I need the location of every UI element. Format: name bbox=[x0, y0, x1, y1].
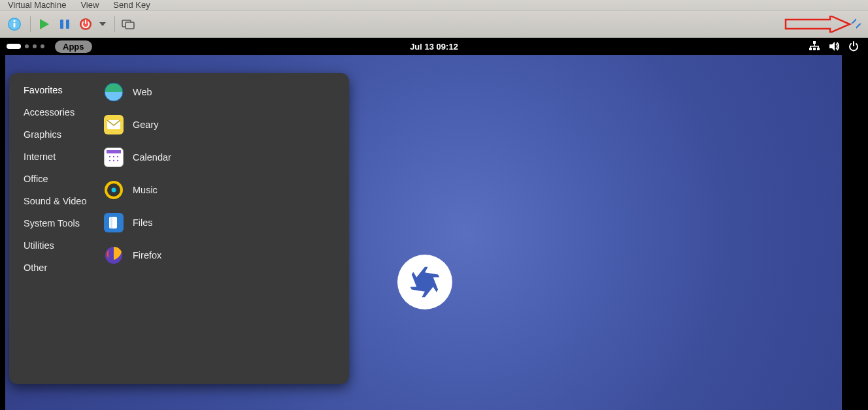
app-label: Web bbox=[133, 87, 152, 97]
svg-marker-9 bbox=[99, 22, 106, 26]
app-label: Files bbox=[133, 217, 153, 228]
svg-rect-11 bbox=[125, 22, 134, 29]
music-icon bbox=[104, 180, 124, 200]
gnome-topbar: Apps Jul 13 09:12 bbox=[0, 38, 868, 55]
svg-rect-17 bbox=[817, 48, 820, 50]
app-label: Geary bbox=[133, 119, 159, 130]
svg-marker-13 bbox=[856, 24, 861, 29]
category-utilities[interactable]: Utilities bbox=[24, 240, 97, 251]
svg-rect-29 bbox=[107, 153, 121, 165]
power-button[interactable] bbox=[76, 15, 95, 33]
clock[interactable]: Jul 13 09:12 bbox=[410, 42, 458, 52]
host-menubar: Virtual Machine View Send Key bbox=[0, 0, 868, 10]
power-menu-dropdown[interactable] bbox=[97, 15, 108, 33]
app-label: Music bbox=[133, 185, 158, 195]
play-button[interactable] bbox=[35, 15, 53, 33]
category-office[interactable]: Office bbox=[24, 174, 97, 184]
svg-point-38 bbox=[112, 188, 116, 193]
svg-rect-5 bbox=[60, 20, 63, 29]
info-button[interactable] bbox=[5, 15, 24, 33]
menu-view[interactable]: View bbox=[80, 0, 99, 10]
firefox-icon bbox=[104, 245, 124, 265]
activities-indicator[interactable] bbox=[7, 44, 44, 49]
pause-button[interactable] bbox=[56, 15, 74, 33]
svg-rect-20 bbox=[810, 46, 811, 48]
toolbar-separator bbox=[30, 16, 31, 32]
svg-point-34 bbox=[113, 160, 114, 161]
category-internet[interactable]: Internet bbox=[24, 151, 97, 162]
volume-icon bbox=[829, 41, 839, 52]
app-music[interactable]: Music bbox=[104, 180, 349, 200]
svg-point-32 bbox=[117, 156, 118, 157]
svg-marker-12 bbox=[851, 18, 856, 24]
svg-rect-39 bbox=[109, 217, 117, 229]
category-system-tools[interactable]: System Tools bbox=[24, 218, 97, 229]
app-label: Calendar bbox=[133, 152, 171, 163]
system-tray[interactable] bbox=[809, 41, 859, 52]
mail-icon bbox=[104, 115, 124, 134]
category-list: Favorites Accessories Graphics Internet … bbox=[9, 73, 97, 384]
apps-menu: Favorites Accessories Graphics Internet … bbox=[9, 73, 349, 384]
menu-virtual-machine[interactable]: Virtual Machine bbox=[8, 0, 66, 10]
guest-vm: Apps Jul 13 09:12 bbox=[0, 38, 868, 410]
svg-rect-19 bbox=[810, 46, 819, 47]
network-icon bbox=[809, 41, 820, 52]
svg-point-35 bbox=[117, 160, 118, 161]
svg-rect-21 bbox=[818, 46, 819, 48]
menu-send-key[interactable]: Send Key bbox=[113, 0, 150, 10]
app-calendar[interactable]: Calendar bbox=[104, 148, 349, 167]
app-firefox[interactable]: Firefox bbox=[104, 245, 349, 265]
app-geary[interactable]: Geary bbox=[104, 115, 349, 134]
files-icon bbox=[104, 213, 124, 232]
svg-point-33 bbox=[109, 160, 110, 161]
screenshot-button[interactable] bbox=[119, 15, 137, 33]
svg-marker-4 bbox=[40, 19, 49, 29]
category-favorites[interactable]: Favorites bbox=[24, 85, 97, 95]
category-sound-video[interactable]: Sound & Video bbox=[24, 196, 97, 206]
desktop[interactable]: Favorites Accessories Graphics Internet … bbox=[0, 55, 868, 410]
svg-rect-6 bbox=[66, 20, 69, 29]
app-files[interactable]: Files bbox=[104, 213, 349, 232]
svg-rect-16 bbox=[813, 48, 816, 50]
calendar-icon bbox=[104, 148, 124, 167]
svg-rect-28 bbox=[107, 150, 121, 153]
svg-point-30 bbox=[109, 156, 110, 157]
app-list: Web Geary Calendar bbox=[97, 73, 349, 384]
category-other[interactable]: Other bbox=[24, 262, 97, 273]
svg-rect-2 bbox=[14, 23, 16, 27]
svg-rect-40 bbox=[110, 217, 112, 229]
power-icon bbox=[848, 41, 859, 52]
app-web[interactable]: Web bbox=[104, 82, 349, 102]
annotation-arrow bbox=[784, 16, 863, 33]
nixos-logo bbox=[397, 255, 452, 309]
toolbar-separator bbox=[114, 16, 115, 32]
svg-point-3 bbox=[13, 20, 15, 22]
svg-marker-22 bbox=[829, 42, 835, 51]
host-toolbar bbox=[0, 10, 868, 38]
web-icon bbox=[104, 82, 124, 102]
app-label: Firefox bbox=[133, 250, 161, 260]
svg-rect-15 bbox=[809, 48, 812, 50]
svg-rect-14 bbox=[813, 41, 816, 44]
svg-point-31 bbox=[113, 156, 114, 157]
apps-button[interactable]: Apps bbox=[55, 40, 92, 53]
category-accessories[interactable]: Accessories bbox=[24, 107, 97, 118]
category-graphics[interactable]: Graphics bbox=[24, 129, 97, 140]
